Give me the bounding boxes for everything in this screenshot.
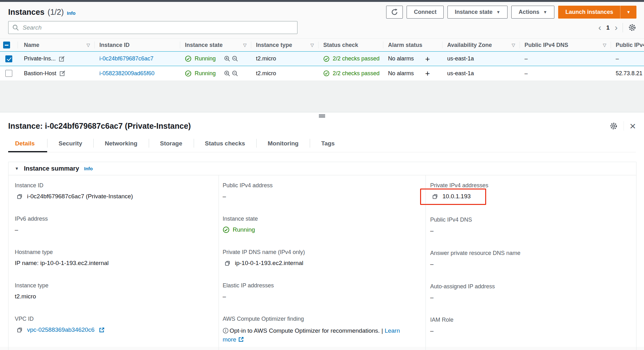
filter-icon[interactable]: ▽ <box>243 42 247 48</box>
page-number[interactable]: 1 <box>606 24 610 31</box>
instances-count: (1/2) <box>47 8 64 17</box>
column-header-alarm-status[interactable]: Alarm status <box>383 39 442 51</box>
tab-monitoring[interactable]: Monitoring <box>256 139 310 152</box>
field-label: Instance state <box>223 216 418 222</box>
instance-state-value: Running <box>233 226 255 233</box>
field-label: Instance type <box>15 282 211 289</box>
zoom-in-icon[interactable] <box>224 55 230 62</box>
add-alarm-plus-icon[interactable]: + <box>425 69 430 77</box>
check-circle-icon <box>223 226 230 233</box>
elastic-ip-value: – <box>223 293 418 300</box>
iam-role-value: – <box>430 327 629 334</box>
copy-icon[interactable] <box>17 327 23 333</box>
external-link-icon[interactable] <box>99 327 105 333</box>
alarm-status-value: No alarms <box>388 55 414 62</box>
zoom-in-icon[interactable] <box>224 70 230 77</box>
panel-settings-gear-icon[interactable] <box>609 122 618 130</box>
zoom-out-icon[interactable] <box>232 70 238 77</box>
table-row[interactable]: Bastion-Host i-0582382009ad65f60 Running <box>0 66 644 81</box>
caret-down-icon: ▼ <box>496 10 500 14</box>
instance-summary-header[interactable]: ▼ Instance summary Info <box>8 162 636 175</box>
panel-title: Instance: i-0c24bf679687c6ac7 (Private-I… <box>8 121 191 131</box>
column-header-availability-zone[interactable]: Availability Zone ▽ <box>442 39 519 51</box>
filter-icon[interactable]: ▽ <box>310 42 314 48</box>
instance-id-link[interactable]: i-0c24bf679687c6ac7 <box>99 55 153 62</box>
instance-id-link[interactable]: i-0582382009ad65f60 <box>99 70 154 77</box>
column-header-public-ipv4-dns[interactable]: Public IPv4 DNS ▽ <box>519 39 611 51</box>
launch-instances-caret-button[interactable]: ▼ <box>620 6 636 19</box>
tab-tags[interactable]: Tags <box>310 139 346 152</box>
panel-header-icons: × <box>609 121 636 131</box>
field-label: Private IPv4 addresses <box>430 182 629 189</box>
vpc-id-link[interactable]: vpc-02588369ab34620c6 <box>27 326 94 333</box>
filter-icon[interactable]: ▽ <box>603 42 606 48</box>
prev-page-icon[interactable]: ‹ <box>598 23 601 32</box>
table-row[interactable]: Private-Ins... i-0c24bf679687c6ac7 Runni… <box>0 51 644 66</box>
filter-icon[interactable]: ▽ <box>512 42 515 48</box>
public-dns-value: – <box>525 70 528 77</box>
public-ipv4-value: – <box>616 55 619 62</box>
public-dns-value: – <box>430 227 629 234</box>
table-settings-gear-icon[interactable] <box>628 23 636 32</box>
tab-status-checks[interactable]: Status checks <box>194 139 257 152</box>
public-ipv4-value: – <box>223 193 418 200</box>
hostname-value: IP name: ip-10-0-1-193.ec2.internal <box>15 260 211 267</box>
summary-col-2: Public IPv4 address – Instance state Run… <box>219 175 425 350</box>
select-all-checkbox-cell <box>0 39 18 51</box>
column-header-instance-id[interactable]: Instance ID <box>94 39 180 51</box>
tab-security[interactable]: Security <box>47 139 93 152</box>
alarm-status-value: No alarms <box>388 70 414 77</box>
auto-ip-value: – <box>430 294 629 301</box>
info-link[interactable]: Info <box>84 166 93 171</box>
instances-table: Name ▽ Instance ID Instance state ▽ Inst… <box>0 38 644 81</box>
summary-col-1: Instance ID i-0c24bf679687c6ac7 (Private… <box>8 175 219 350</box>
check-circle-icon <box>323 70 330 76</box>
external-link-icon[interactable] <box>238 336 244 342</box>
instance-state-dropdown[interactable]: Instance state ▼ <box>447 6 508 19</box>
filter-icon[interactable]: ▽ <box>86 42 90 48</box>
row-checkbox[interactable] <box>5 70 12 77</box>
add-alarm-plus-icon[interactable]: + <box>425 55 430 63</box>
title-group: Instances (1/2) Info <box>8 8 75 17</box>
next-page-icon[interactable]: › <box>615 23 618 32</box>
search-box[interactable] <box>8 21 297 34</box>
status-check-value: 2/2 checks passed <box>333 70 380 77</box>
field-label: Elastic IP addresses <box>223 282 418 289</box>
refresh-button[interactable] <box>386 6 403 19</box>
zoom-out-icon[interactable] <box>232 55 238 62</box>
actions-dropdown[interactable]: Actions ▼ <box>511 6 554 19</box>
info-link[interactable]: Info <box>67 10 76 16</box>
column-header-status-check[interactable]: Status check <box>318 39 383 51</box>
launch-instances-button[interactable]: Launch instances <box>558 6 620 19</box>
close-icon[interactable]: × <box>630 121 636 131</box>
copy-icon[interactable] <box>225 260 230 266</box>
column-header-instance-state[interactable]: Instance state ▽ <box>180 39 251 51</box>
copy-icon[interactable] <box>432 194 438 200</box>
list-header: Instances (1/2) Info Connect Instance st… <box>0 2 644 19</box>
header-actions: Connect Instance state ▼ Actions ▼ Launc… <box>386 6 636 19</box>
column-header-instance-type[interactable]: Instance type ▽ <box>251 39 318 51</box>
caret-down-icon: ▼ <box>543 10 547 14</box>
edit-name-icon[interactable] <box>59 56 65 62</box>
availability-zone-value: us-east-1a <box>447 55 474 62</box>
edit-name-icon[interactable] <box>59 70 66 76</box>
select-all-checkbox[interactable] <box>3 42 10 48</box>
panel-drag-handle-icon[interactable] <box>319 115 325 117</box>
column-header-public-ipv4[interactable]: Public IPv4 <box>611 39 644 51</box>
tab-networking[interactable]: Networking <box>93 139 148 152</box>
connect-button[interactable]: Connect <box>407 6 444 19</box>
search-input[interactable] <box>23 24 293 31</box>
table-header-row: Name ▽ Instance ID Instance state ▽ Inst… <box>0 38 644 52</box>
check-circle-icon <box>185 55 192 62</box>
check-circle-icon <box>185 70 192 77</box>
instance-type-value: t2.micro <box>256 55 276 62</box>
column-header-name[interactable]: Name ▽ <box>18 39 94 51</box>
copy-icon[interactable] <box>17 194 23 200</box>
pagination: ‹ 1 › <box>598 23 636 32</box>
tab-details[interactable]: Details <box>8 139 47 152</box>
field-label: Auto-assigned IP address <box>430 283 629 290</box>
row-checkbox[interactable] <box>5 55 12 62</box>
tab-storage[interactable]: Storage <box>149 139 194 152</box>
field-label: Public IPv4 DNS <box>430 217 629 223</box>
collapse-triangle-icon[interactable]: ▼ <box>15 166 19 171</box>
